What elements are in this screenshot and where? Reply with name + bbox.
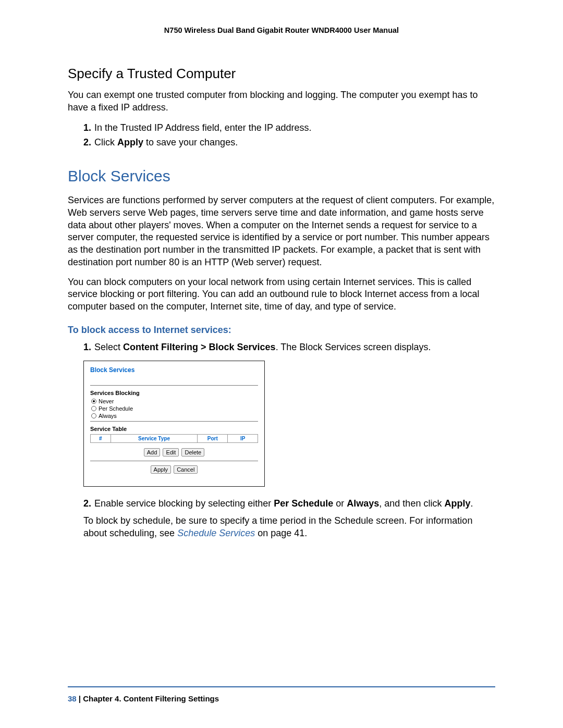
delete-button[interactable]: Delete: [181, 448, 204, 456]
step-text-post: . The Block Services screen displays.: [276, 342, 431, 352]
apply-button[interactable]: Apply: [151, 465, 172, 474]
radio-label: Per Schedule: [99, 405, 133, 412]
step-text-post: to save your changes.: [143, 137, 238, 147]
footer-divider: [68, 686, 495, 687]
block-services-para-1: Services are functions performed by serv…: [68, 194, 495, 269]
step-number: 1.: [83, 122, 91, 133]
block-step-2-subpara: To block by schedule, be sure to specify…: [83, 515, 495, 540]
divider: [90, 385, 258, 386]
page-number: 38: [68, 694, 77, 703]
menu-path-bold: Content Filtering > Block Services: [123, 342, 276, 352]
radio-label: Never: [99, 398, 114, 404]
step-text-pre: Enable service blocking by selecting eit…: [94, 498, 274, 509]
trusted-intro: You can exempt one trusted computer from…: [68, 89, 495, 114]
cancel-button[interactable]: Cancel: [174, 465, 198, 474]
radio-always-row[interactable]: Always: [91, 413, 258, 419]
step-text-pre: Click: [94, 137, 117, 147]
step-number: 2.: [83, 498, 91, 509]
page-footer: 38 | Chapter 4. Content Filtering Settin…: [68, 694, 219, 703]
service-table: # Service Type Port IP: [90, 434, 258, 443]
divider: [90, 461, 258, 461]
col-service-type: Service Type: [111, 435, 198, 443]
chapter-label: Chapter 4. Content Filtering Settings: [83, 694, 219, 703]
col-number: #: [91, 435, 111, 443]
per-schedule-bold: Per Schedule: [274, 498, 333, 509]
always-bold: Always: [347, 498, 379, 509]
services-blocking-label: Services Blocking: [90, 390, 258, 396]
col-port: Port: [198, 435, 228, 443]
service-table-label: Service Table: [90, 426, 258, 432]
col-ip: IP: [228, 435, 258, 443]
heading-block-services: Block Services: [68, 167, 495, 185]
radio-per-schedule-row[interactable]: Per Schedule: [91, 405, 258, 412]
add-button[interactable]: Add: [144, 448, 161, 456]
table-header-row: # Service Type Port IP: [91, 435, 258, 443]
step-text-mid: or: [333, 498, 347, 509]
table-button-row: Add Edit Delete: [90, 448, 258, 456]
radio-icon: [91, 406, 96, 411]
radio-icon: [91, 399, 96, 404]
apply-bold: Apply: [117, 137, 143, 147]
step-number: 2.: [83, 137, 91, 147]
step-text-pre: Select: [94, 342, 123, 352]
step-number: 1.: [83, 342, 91, 352]
divider: [90, 421, 258, 422]
apply-bold: Apply: [444, 498, 470, 509]
block-step-1: 1.Select Content Filtering > Block Servi…: [83, 341, 495, 353]
radio-label: Always: [99, 413, 117, 419]
step-text-mid2: , and then click: [379, 498, 444, 509]
procedure-heading: To block access to Internet services:: [68, 325, 495, 336]
trusted-step-2: 2.Click Apply to save your changes.: [83, 136, 495, 149]
block-step-2: 2.Enable service blocking by selecting e…: [83, 497, 495, 510]
trusted-step-1: 1.In the Trusted IP Address field, enter…: [83, 121, 495, 134]
radio-never-row[interactable]: Never: [91, 398, 258, 404]
running-header: N750 Wireless Dual Band Gigabit Router W…: [68, 26, 495, 34]
sub-text-post: on page 41.: [255, 528, 307, 538]
block-services-screenshot: Block Services Services Blocking Never P…: [83, 361, 265, 487]
step-text: In the Trusted IP Address field, enter t…: [94, 122, 312, 133]
schedule-services-link[interactable]: Schedule Services: [177, 528, 255, 538]
footer-sep: |: [77, 694, 83, 703]
block-services-para-2: You can block computers on your local ne…: [68, 276, 495, 313]
step-text-end: .: [470, 498, 473, 509]
shot-title: Block Services: [90, 366, 258, 374]
form-button-row: Apply Cancel: [90, 465, 258, 474]
edit-button[interactable]: Edit: [163, 448, 179, 456]
heading-trusted-computer: Specify a Trusted Computer: [68, 66, 495, 82]
radio-icon: [91, 413, 96, 418]
